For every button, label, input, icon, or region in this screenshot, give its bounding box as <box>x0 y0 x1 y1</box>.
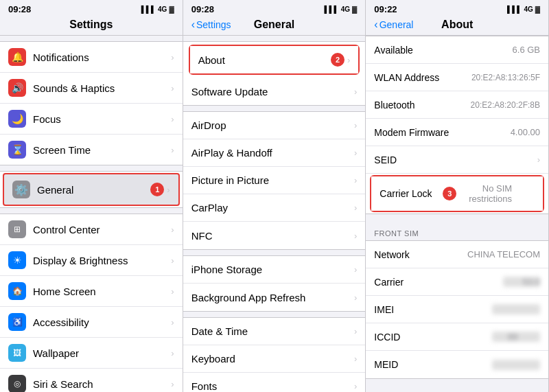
modemfirmware-value: 4.00.00 <box>511 127 540 137</box>
battery-icon: ▓ <box>169 5 174 13</box>
chevron-icon: › <box>354 326 357 336</box>
sidebar-item-controlcenter[interactable]: ⊞ Control Center › <box>0 214 183 245</box>
wlan-value: 20:E2:A8:13:26:5F <box>471 73 540 82</box>
homescreen-label: Home Screen <box>33 286 168 297</box>
pictureinpicture-label: Picture in Picture <box>191 174 351 186</box>
accessibility-label: Accessibility <box>33 316 168 328</box>
back-button[interactable]: ‹ Settings <box>191 19 231 31</box>
accessibility-icon: ♿ <box>8 313 26 331</box>
general-group-2: AirDrop › AirPlay & Handoff › Picture in… <box>183 111 366 250</box>
meid-value <box>492 360 540 370</box>
general-title: General <box>254 19 295 31</box>
detail-seid[interactable]: SEID › <box>366 146 548 174</box>
settings-group-2: ⚙️ General 1 › <box>0 171 183 208</box>
carrierlock-value-container: 3 No SIM restrictions <box>439 183 535 204</box>
back-label: Settings <box>196 19 231 30</box>
iccid-value: 89 <box>492 332 540 342</box>
network-label: Network <box>374 249 409 260</box>
sidebar-item-sounds[interactable]: 🔊 Sounds & Haptics › <box>0 73 183 104</box>
detail-wlan: WLAN Address 20:E2:A8:13:26:5F <box>366 64 548 91</box>
carrier-label: Carrier <box>374 277 404 288</box>
back-button-3[interactable]: ‹ General <box>374 19 413 31</box>
badge-about: 2 <box>331 53 344 67</box>
status-icons-2: ▌▌▌ 4G ▓ <box>324 5 357 13</box>
back-chevron-icon: ‹ <box>374 19 377 31</box>
chevron-icon: › <box>171 317 174 327</box>
chevron-icon: › <box>354 175 357 185</box>
chevron-icon: › <box>354 292 357 303</box>
general-item-carplay[interactable]: CarPlay › <box>183 194 366 222</box>
status-time-2: 09:28 <box>191 4 214 14</box>
wallpaper-label: Wallpaper <box>33 347 168 359</box>
general-item-datetime[interactable]: Date & Time › <box>183 318 366 345</box>
iccid-label: ICCID <box>374 332 400 343</box>
sidebar-item-notifications[interactable]: 🔔 Notifications › <box>0 42 183 73</box>
displaybrightness-label: Display & Brightness <box>33 255 168 266</box>
sidebar-item-general[interactable]: ⚙️ General 1 › <box>3 173 180 206</box>
network-value: CHINA TELECOM <box>467 249 540 260</box>
sidebar-item-screentime[interactable]: ⌛ Screen Time › <box>0 135 183 165</box>
general-item-pictureinpicture[interactable]: Picture in Picture › <box>183 167 366 194</box>
chevron-icon: › <box>354 120 357 130</box>
chevron-icon: › <box>171 145 174 155</box>
backgroundapprefresh-label: Background App Refresh <box>191 292 351 303</box>
notifications-label: Notifications <box>33 51 168 63</box>
status-time-3: 09:22 <box>374 4 397 14</box>
badge-general: 1 <box>150 183 164 196</box>
airdrop-label: AirDrop <box>191 119 351 131</box>
focus-icon: 🌙 <box>8 110 26 128</box>
focus-label: Focus <box>33 113 168 125</box>
general-item-fonts[interactable]: Fonts › <box>183 373 366 392</box>
about-group-top: Available 6.6 GB WLAN Address 20:E2:A8:1… <box>366 36 548 214</box>
nav-bar-1: Settings <box>0 16 183 36</box>
general-group-3: iPhone Storage › Background App Refresh … <box>183 255 366 312</box>
detail-network: Network CHINA TELECOM <box>366 241 548 268</box>
detail-modemfirmware: Modem Firmware 4.00.00 <box>366 119 548 146</box>
bluetooth-label: Bluetooth <box>374 100 414 111</box>
signal-icon: ▌▌▌ <box>507 5 522 13</box>
detail-carrier: Carrier 53.0 <box>366 268 548 296</box>
settings-list[interactable]: 🔔 Notifications › 🔊 Sounds & Haptics › 🌙… <box>0 36 183 392</box>
sidebar-item-accessibility[interactable]: ♿ Accessibility › <box>0 307 183 338</box>
general-item-backgroundapprefresh[interactable]: Background App Refresh › <box>183 284 366 311</box>
sounds-icon: 🔊 <box>8 79 26 97</box>
iphonestorage-label: iPhone Storage <box>191 264 351 275</box>
section-header-frontsim: FRONT SIM Network CHINA TELECOM Carrier … <box>366 220 548 379</box>
chevron-icon: › <box>354 148 357 158</box>
sidebar-item-homescreen[interactable]: 🏠 Home Screen › <box>0 276 183 307</box>
chevron-icon: › <box>171 348 174 358</box>
detail-iccid: ICCID 89 <box>366 323 548 351</box>
general-item-iphonestorage[interactable]: iPhone Storage › <box>183 256 366 284</box>
general-item-softwareupdate[interactable]: Software Update › <box>183 78 366 105</box>
chevron-icon: › <box>347 55 350 65</box>
chevron-icon: › <box>354 381 357 391</box>
back-label-3: General <box>379 19 414 30</box>
settings-group-3: ⊞ Control Center › ☀ Display & Brightnes… <box>0 214 183 392</box>
network-type-icon: 4G <box>341 5 350 13</box>
notifications-icon: 🔔 <box>8 48 26 66</box>
chevron-icon: › <box>354 87 357 97</box>
sidebar-item-displaybrightness[interactable]: ☀ Display & Brightness › <box>0 245 183 276</box>
sidebar-item-siri[interactable]: ◎ Siri & Search › <box>0 369 183 392</box>
settings-title: Settings <box>69 19 113 31</box>
chevron-icon: › <box>171 52 174 62</box>
detail-carrierlock: Carrier Lock 3 No SIM restrictions <box>371 176 543 211</box>
chevron-icon: › <box>171 379 174 389</box>
general-item-nfc[interactable]: NFC › <box>183 222 366 249</box>
general-item-airdrop[interactable]: AirDrop › <box>183 112 366 139</box>
general-item-keyboard[interactable]: Keyboard › <box>183 345 366 373</box>
back-chevron-icon: ‹ <box>191 19 195 31</box>
general-item-airplay[interactable]: AirPlay & Handoff › <box>183 139 366 167</box>
carrierlock-label: Carrier Lock <box>379 188 432 199</box>
section-header-backsim: BACK SIM IMEI2 <box>366 384 548 392</box>
available-value: 6.6 GB <box>513 45 540 55</box>
general-list[interactable]: About 2 › Software Update › AirDrop › Ai… <box>183 36 366 392</box>
sidebar-item-focus[interactable]: 🌙 Focus › <box>0 104 183 135</box>
status-icons-1: ▌▌▌ 4G ▓ <box>141 5 174 13</box>
chevron-icon: › <box>171 83 174 93</box>
sidebar-item-wallpaper[interactable]: 🖼 Wallpaper › <box>0 338 183 369</box>
available-label: Available <box>374 45 413 56</box>
general-item-about[interactable]: About 2 › <box>190 46 359 73</box>
signal-icon: ▌▌▌ <box>324 5 338 13</box>
network-type-icon: 4G <box>158 5 167 13</box>
